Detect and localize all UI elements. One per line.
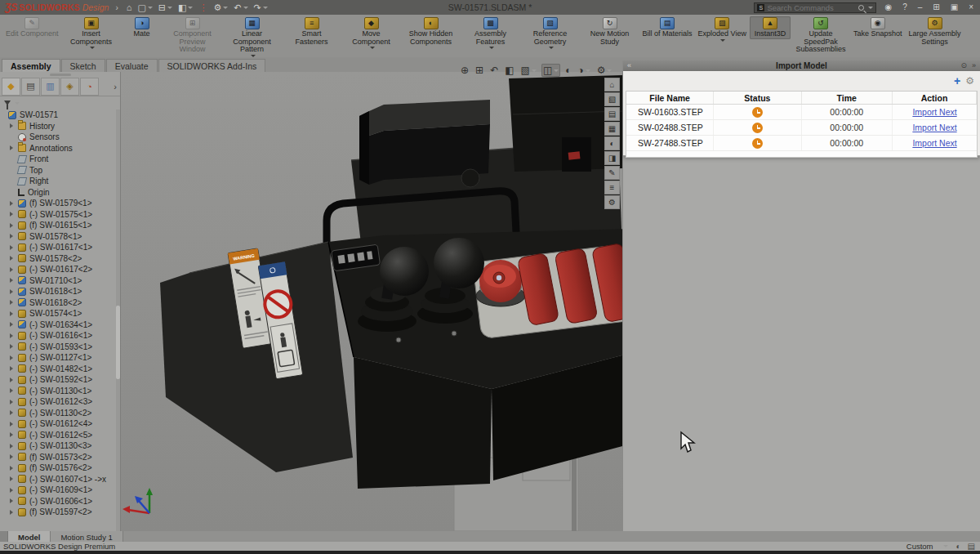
view-settings-icon[interactable]: ⚙	[595, 64, 614, 77]
custom-properties-icon[interactable]: ≡	[604, 181, 620, 194]
import-next-link[interactable]: Import Next	[912, 123, 956, 132]
tree-item[interactable]: (-) SW-01130<3>	[0, 440, 116, 452]
tree-item[interactable]: Sensors	[0, 132, 116, 143]
expand-arrow-icon[interactable]	[10, 245, 13, 250]
ribbon-button[interactable]: ↺ Update SpeedPak Subassemblies	[791, 16, 850, 55]
expand-arrow-icon[interactable]	[10, 466, 13, 471]
import-next-link[interactable]: Import Next	[912, 138, 956, 148]
expand-arrow-icon[interactable]	[10, 300, 13, 305]
ribbon-button[interactable]: ▤ Bill of Materials	[640, 16, 695, 39]
ribbon-button[interactable]: ▨ Exploded View	[696, 16, 749, 42]
tree-item[interactable]: (-) SW-01609<1>	[0, 485, 116, 496]
ribbon-button[interactable]: ▦ Linear Component Pattern	[223, 16, 282, 58]
tree-item[interactable]: (-) SW-01482<1>	[0, 364, 116, 375]
tree-item[interactable]: SW-01578<1>	[0, 231, 116, 243]
ribbon-button[interactable]: ◑ Mate	[122, 16, 163, 39]
window-grid-icon[interactable]: ⊞	[933, 3, 939, 11]
expand-arrow-icon[interactable]	[10, 355, 13, 360]
display-style-status-icon[interactable]: ◐	[956, 543, 961, 551]
expand-arrow-icon[interactable]	[10, 498, 13, 503]
tree-item[interactable]: (-) SW-01130<1>	[0, 386, 116, 397]
dropdown-arrow-icon[interactable]	[720, 39, 725, 42]
section-view-icon[interactable]: ◧	[503, 64, 515, 77]
options-icon[interactable]: ⚙	[213, 3, 228, 12]
tree-item[interactable]: (-) SW-01607<1> ->x	[0, 474, 116, 485]
minimize-icon[interactable]: –	[918, 3, 923, 11]
expand-arrow-icon[interactable]	[10, 123, 13, 128]
ribbon-button[interactable]: ▧ Reference Geometry	[521, 16, 580, 50]
expand-arrow-icon[interactable]	[10, 212, 13, 217]
import-settings-icon[interactable]: ⚙	[965, 76, 974, 86]
view-selector-icon[interactable]: ▧	[604, 92, 620, 106]
expand-arrow-icon[interactable]	[10, 444, 13, 449]
close-icon[interactable]: ×	[969, 3, 973, 11]
tree-item[interactable]: SW-01618<1>	[0, 286, 116, 297]
panel-expand-icon[interactable]: ›	[114, 82, 120, 92]
tree-item[interactable]: Annotations	[0, 143, 116, 154]
tree-item[interactable]: History	[0, 121, 116, 132]
expand-arrow-icon[interactable]	[10, 145, 13, 150]
tree-item[interactable]: (f) SW-01576<2>	[0, 462, 116, 474]
command-tab[interactable]: SOLIDWORKS Add-Ins	[158, 59, 266, 72]
dropdown-arrow-icon[interactable]	[549, 47, 554, 49]
add-import-icon[interactable]: +	[954, 75, 960, 87]
displaymanager-tab-icon[interactable]: ◔	[80, 78, 99, 96]
tree-item[interactable]: Origin	[0, 187, 116, 199]
configurationmanager-tab-icon[interactable]: ▥	[41, 78, 60, 96]
units-dropdown[interactable]: Custom	[906, 542, 933, 551]
tree-item[interactable]: (f) SW-01597<2>	[0, 507, 116, 518]
dropdown-arrow-icon[interactable]	[489, 47, 494, 49]
expand-arrow-icon[interactable]	[10, 223, 13, 228]
pin-icon[interactable]: ⊙	[960, 62, 967, 69]
tree-item[interactable]: Right	[0, 176, 116, 187]
ribbon-button[interactable]: ◉ Take Snapshot	[851, 16, 905, 39]
help-icon[interactable]: ?	[902, 3, 907, 11]
expand-arrow-icon[interactable]	[10, 311, 13, 316]
expand-arrow-icon[interactable]	[10, 366, 13, 371]
tree-item[interactable]: (f) SW-01615<1>	[0, 220, 116, 231]
tree-item[interactable]: (-) SW-01617<1>	[0, 242, 116, 253]
ribbon-button[interactable]: ≡ Smart Fasteners	[283, 16, 341, 47]
edit-appearance-icon[interactable]: ◐	[564, 64, 572, 77]
tree-root-item[interactable]: SW-01571	[0, 109, 116, 121]
tree-item[interactable]: (-) SW-01617<2>	[0, 264, 116, 275]
dropdown-arrow-icon[interactable]	[90, 47, 95, 49]
document-tab[interactable]: Model	[8, 531, 51, 542]
save-icon[interactable]: ◧	[178, 3, 193, 12]
tree-item[interactable]: (-) SW-01616<1>	[0, 330, 116, 342]
ribbon-button[interactable]: ◐ Show Hidden Components	[402, 16, 461, 47]
performance-icon[interactable]: ⋮	[198, 3, 207, 12]
tree-item[interactable]: (-) SW-01634<1>	[0, 319, 116, 331]
zoom-to-fit-icon[interactable]: ⊕	[459, 64, 470, 77]
ribbon-button[interactable]: ▣ Insert Components	[62, 16, 121, 50]
tree-item[interactable]: (-) SW-01127<1>	[0, 352, 116, 364]
panel-resize-handle[interactable]	[50, 74, 71, 76]
tree-item[interactable]: (-) SW-01575<1>	[0, 209, 116, 221]
dropdown-arrow-icon[interactable]	[370, 47, 375, 49]
expand-arrow-icon[interactable]	[10, 256, 13, 261]
scrollbar-thumb[interactable]	[116, 306, 120, 379]
tree-item[interactable]: (-) SW-01612<4>	[0, 418, 116, 430]
tree-item[interactable]: (-) SW-01612<3>	[0, 396, 116, 408]
ribbon-button[interactable]: ▩ Assembly Features	[461, 16, 520, 50]
ribbon-button[interactable]: ⊞ Component Preview Window	[163, 16, 222, 55]
pane-splitter[interactable]	[0, 531, 8, 542]
expand-arrow-icon[interactable]	[10, 510, 13, 515]
menu-expander-icon[interactable]: ›	[115, 3, 118, 12]
tree-item[interactable]: (-) SW-01130<2>	[0, 408, 116, 419]
panel-status-icon[interactable]: ▤	[968, 543, 975, 551]
tree-item[interactable]: (-) SW-01592<1>	[0, 374, 116, 386]
expand-arrow-icon[interactable]	[10, 410, 13, 415]
tree-item[interactable]: (-) SW-01606<1>	[0, 496, 116, 507]
ribbon-button[interactable]: ⚙ Large Assembly Settings	[906, 16, 964, 47]
filter-dropdown-icon[interactable]	[15, 102, 20, 105]
zoom-to-area-icon[interactable]: ⊞	[474, 64, 485, 77]
expand-arrow-icon[interactable]	[10, 344, 13, 349]
expand-arrow-icon[interactable]	[10, 400, 13, 404]
restore-icon[interactable]: ▣	[951, 3, 958, 11]
tree-item[interactable]: (f) SW-01573<2>	[0, 452, 116, 463]
ribbon-button[interactable]: ◆ Move Component	[342, 16, 401, 50]
units-dropdown-icon[interactable]	[943, 545, 948, 547]
home-icon[interactable]: ⌂	[604, 78, 620, 92]
expand-arrow-icon[interactable]	[10, 378, 13, 382]
